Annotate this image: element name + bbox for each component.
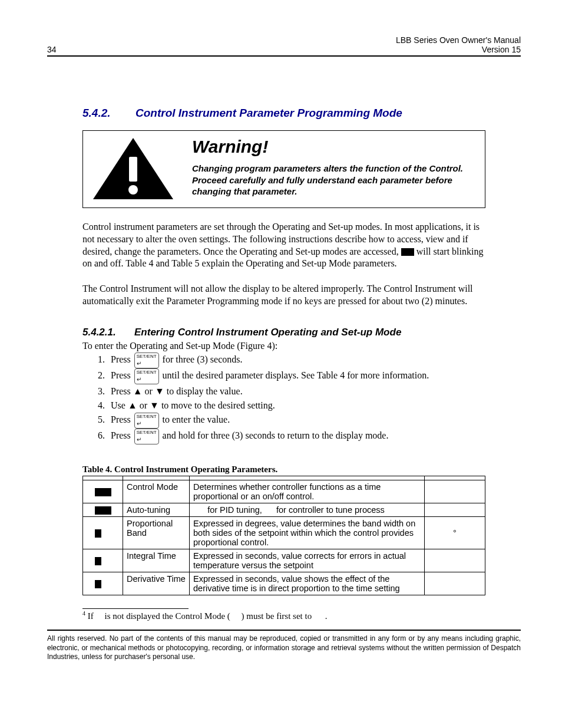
paragraph-1: Control instrument parameters are set th… xyxy=(82,221,485,270)
param-desc: Expressed in seconds, value shows the ef… xyxy=(190,572,425,595)
warning-text: Warning! Changing program parameters alt… xyxy=(183,131,485,207)
footer-text: All rights reserved. No part of the cont… xyxy=(47,634,521,662)
footnote-rule xyxy=(82,608,189,609)
setent-key-icon: SET/ENT↵ xyxy=(134,353,159,368)
warning-title: Warning! xyxy=(192,137,473,157)
warning-body: Changing program parameters alters the f… xyxy=(192,163,473,197)
param-name: Control Mode xyxy=(123,480,190,503)
footnote-b: is not displayed the Control Mode ( xyxy=(103,611,230,621)
section-title: Control Instrument Parameter Programming… xyxy=(135,107,402,119)
redacted-block xyxy=(95,488,111,496)
step-2: Press SET/ENT↵ until the desired paramet… xyxy=(107,368,485,384)
footnote-d: . xyxy=(325,611,328,621)
step6-a: Press xyxy=(111,430,133,440)
step1-b: for three (3) seconds. xyxy=(160,354,243,364)
subsection-number: 5.4.2.1. xyxy=(82,327,134,338)
param-default xyxy=(425,572,485,595)
table-header-row xyxy=(83,476,485,480)
table-row: Proportional Band Expressed in degrees, … xyxy=(83,516,485,549)
step5-b: to enter the value. xyxy=(160,414,230,424)
redacted-block xyxy=(95,580,111,588)
redacted-block xyxy=(401,248,414,256)
param-default: ° xyxy=(425,516,485,549)
footnote: 4 If is not displayed the Control Mode (… xyxy=(82,610,485,621)
section-heading: 5.4.2.Control Instrument Parameter Progr… xyxy=(82,107,485,120)
subsection-intro: To enter the Operating and Set-up Mode (… xyxy=(82,341,485,351)
footer-rule xyxy=(47,630,521,631)
step6-b: and hold for three (3) seconds to return… xyxy=(160,430,389,440)
page-number: 34 xyxy=(47,45,57,54)
step1-a: Press xyxy=(111,354,133,364)
footnote-a: If xyxy=(85,611,96,621)
param-default xyxy=(425,549,485,572)
step-5: Press SET/ENT↵ to enter the value. xyxy=(107,413,485,429)
param-name: Auto-tuning xyxy=(123,503,190,516)
page: 34 LBB Series Oven Owner's Manual Versio… xyxy=(0,0,562,728)
table-caption: Table 4. Control Instrument Operating Pa… xyxy=(82,465,485,475)
setent-key-icon: SET/ENT↵ xyxy=(134,429,159,444)
section-number: 5.4.2. xyxy=(82,107,135,120)
subsection-heading: 5.4.2.1.Entering Control Instrument Oper… xyxy=(82,327,485,338)
svg-rect-1 xyxy=(129,157,137,182)
param-desc: for PID tuning, for controller to tune p… xyxy=(190,503,425,516)
content: 5.4.2.Control Instrument Parameter Progr… xyxy=(47,107,521,621)
redacted-block xyxy=(95,529,111,538)
warning-triangle-icon xyxy=(92,137,174,202)
svg-point-2 xyxy=(128,185,138,195)
footnote-c: ) must be first set to xyxy=(242,611,314,621)
header-title: LBB Series Oven Owner's Manual Version 1… xyxy=(396,35,521,54)
step-1: Press SET/ENT↵ for three (3) seconds. xyxy=(107,353,485,368)
table-row: Auto-tuning for PID tuning, for controll… xyxy=(83,503,485,516)
param-default xyxy=(425,503,485,516)
redacted-block xyxy=(95,557,111,565)
param-name: Proportional Band xyxy=(123,516,190,549)
subsection-title: Entering Control Instrument Operating an… xyxy=(134,327,401,338)
header-rule xyxy=(47,55,521,57)
step-4: Use ▲ or ▼ to move to the desired settin… xyxy=(107,398,485,413)
warning-icon-cell xyxy=(83,131,183,207)
warning-box: Warning! Changing program parameters alt… xyxy=(82,130,485,208)
param-desc: Expressed in seconds, value corrects for… xyxy=(190,549,425,572)
step-6: Press SET/ENT↵ and hold for three (3) se… xyxy=(107,429,485,444)
parameters-table: Control Mode Determines whether controll… xyxy=(82,476,485,595)
paragraph-2: The Control Instrument will not allow th… xyxy=(82,283,485,308)
setent-key-icon: SET/ENT↵ xyxy=(134,368,159,384)
param-name: Derivative Time xyxy=(123,572,190,595)
table-row: Derivative Time Expressed in seconds, va… xyxy=(83,572,485,595)
param-default xyxy=(425,480,485,503)
page-header: 34 LBB Series Oven Owner's Manual Versio… xyxy=(47,35,521,54)
step2-a: Press xyxy=(111,370,133,380)
step-3: Press ▲ or ▼ to display the value. xyxy=(107,384,485,398)
param-desc: Expressed in degrees, value determines t… xyxy=(190,516,425,549)
table-row: Control Mode Determines whether controll… xyxy=(83,480,485,503)
table-row: Integral Time Expressed in seconds, valu… xyxy=(83,549,485,572)
setent-key-icon: SET/ENT↵ xyxy=(134,413,159,429)
param-name: Integral Time xyxy=(123,549,190,572)
step2-b: until the desired parameter displays. Se… xyxy=(160,370,429,380)
steps-list: Press SET/ENT↵ for three (3) seconds. Pr… xyxy=(97,353,485,444)
step5-a: Press xyxy=(111,414,133,424)
header-title-line2: Version 15 xyxy=(396,45,521,54)
param-desc: Determines whether controller functions … xyxy=(190,480,425,503)
header-title-line1: LBB Series Oven Owner's Manual xyxy=(396,35,521,45)
redacted-block xyxy=(95,506,111,515)
